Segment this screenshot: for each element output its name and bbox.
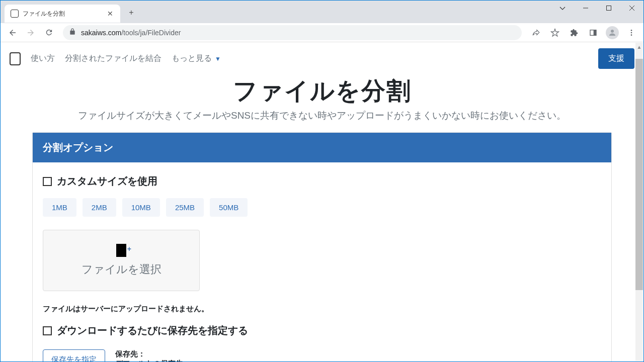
scroll-up-icon[interactable]: ▲ [635, 43, 643, 51]
titlebar: ファイルを分割 ✕ + [1, 1, 643, 23]
chevron-down-icon: ▼ [215, 55, 221, 62]
svg-rect-5 [594, 30, 596, 35]
minimize-button[interactable] [574, 1, 597, 16]
window-controls [551, 1, 643, 16]
nav-more-label: もっと見る [172, 53, 212, 64]
save-location-button[interactable]: 保存先を指定 [43, 349, 105, 361]
tab-title: ファイルを分割 [23, 10, 106, 18]
file-icon: + [116, 244, 126, 257]
save-default: デフォルトの保存先 [115, 359, 183, 361]
specify-save-label: ダウンロードするたびに保存先を指定する [57, 324, 248, 337]
support-button[interactable]: 支援 [598, 48, 634, 69]
svg-point-9 [631, 34, 632, 36]
url-path: /tools/ja/FileDivider [121, 29, 181, 37]
size-50mb-button[interactable]: 50MB [210, 198, 248, 217]
custom-size-row: カスタムサイズを使用 [43, 174, 601, 188]
upload-notice: ファイルはサーバーにアップロードされません。 [43, 304, 601, 314]
profile-avatar[interactable] [604, 25, 620, 41]
browser-tab[interactable]: ファイルを分割 ✕ [5, 5, 120, 23]
svg-point-6 [611, 30, 614, 33]
extensions-icon[interactable] [566, 25, 582, 41]
save-label: 保存先： [115, 349, 183, 359]
browser-window: ファイルを分割 ✕ + sakaiws.com/tools/ja/FileDiv… [0, 0, 644, 362]
custom-size-label: カスタムサイズを使用 [57, 174, 157, 188]
share-icon[interactable] [528, 25, 544, 41]
forward-button[interactable] [23, 25, 39, 41]
options-panel: 分割オプション カスタムサイズを使用 1MB 2MB 10MB 25MB 50M… [32, 132, 612, 361]
svg-rect-1 [607, 6, 611, 11]
sidepanel-icon[interactable] [585, 25, 601, 41]
tab-favicon-icon [11, 10, 19, 18]
vertical-scrollbar[interactable]: ▲ [635, 43, 643, 361]
url-input[interactable]: sakaiws.com/tools/ja/FileDivider [63, 25, 522, 40]
page-title: ファイルを分割 [10, 75, 634, 107]
close-button[interactable] [620, 1, 643, 16]
nav-more[interactable]: もっと見る ▼ [172, 53, 221, 64]
hero: ファイルを分割 ファイルサイズが大きくてメールやSNSに共有できない時やアップロ… [1, 75, 643, 122]
specify-save-row: ダウンロードするたびに保存先を指定する [43, 324, 601, 337]
svg-point-8 [631, 32, 632, 33]
size-buttons: 1MB 2MB 10MB 25MB 50MB [43, 198, 601, 217]
size-25mb-button[interactable]: 25MB [166, 198, 204, 217]
tab-search-button[interactable] [551, 1, 574, 16]
new-tab-button[interactable]: + [124, 6, 138, 20]
page-content: 使い方 分割されたファイルを結合 もっと見る ▼ 支援 ファイルを分割 ファイル… [1, 42, 643, 361]
site-logo-icon[interactable] [10, 52, 21, 65]
back-button[interactable] [5, 25, 21, 41]
site-header: 使い方 分割されたファイルを結合 もっと見る ▼ 支援 [1, 42, 643, 75]
specify-save-checkbox[interactable] [43, 326, 52, 335]
url-domain: sakaiws.com [81, 29, 121, 37]
svg-point-7 [631, 30, 632, 31]
bookmark-icon[interactable] [547, 25, 563, 41]
page-subtitle: ファイルサイズが大きくてメールやSNSに共有できない時やアップロードがうまくいか… [10, 109, 634, 122]
tab-close-button[interactable]: ✕ [106, 10, 114, 18]
address-bar: sakaiws.com/tools/ja/FileDivider [1, 23, 643, 42]
size-2mb-button[interactable]: 2MB [83, 198, 116, 217]
save-location-row: 保存先を指定 保存先： デフォルトの保存先 [43, 349, 601, 361]
scrollbar-thumb[interactable] [635, 59, 643, 290]
plus-icon: + [127, 245, 131, 253]
save-location-info: 保存先： デフォルトの保存先 [115, 349, 183, 361]
file-select-label: ファイルを選択 [82, 262, 162, 277]
size-10mb-button[interactable]: 10MB [122, 198, 160, 217]
lock-icon [69, 28, 76, 37]
reload-button[interactable] [41, 25, 57, 41]
nav-howto[interactable]: 使い方 [31, 53, 55, 64]
file-select-dropzone[interactable]: + ファイルを選択 [43, 230, 200, 291]
maximize-button[interactable] [597, 1, 620, 16]
panel-body: カスタムサイズを使用 1MB 2MB 10MB 25MB 50MB + ファイル… [33, 162, 611, 361]
menu-icon[interactable] [623, 25, 639, 41]
size-1mb-button[interactable]: 1MB [43, 198, 76, 217]
nav-combine[interactable]: 分割されたファイルを結合 [65, 53, 162, 64]
custom-size-checkbox[interactable] [43, 177, 52, 186]
panel-header: 分割オプション [33, 133, 611, 162]
